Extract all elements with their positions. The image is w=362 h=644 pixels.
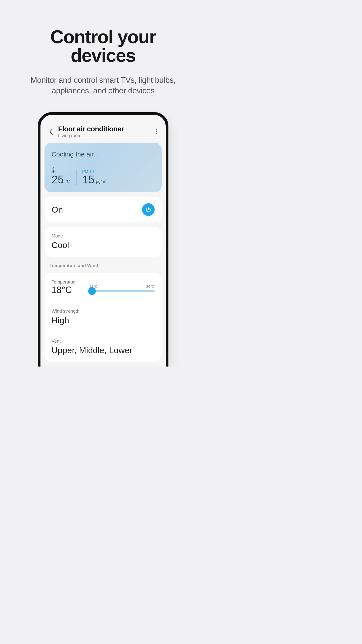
metric-temp-value: 25 <box>52 174 64 185</box>
wind-value: High <box>52 315 155 325</box>
power-icon <box>145 207 151 213</box>
metric-pm-unit: μg/m³ <box>96 180 106 184</box>
mode-value: Cool <box>52 240 155 250</box>
vent-label: Vent <box>52 339 155 344</box>
power-label: On <box>52 205 63 215</box>
temperature-slider[interactable]: 18°C 30°C <box>89 283 155 292</box>
hero-title-line2: devices <box>71 45 135 66</box>
wind-row[interactable]: Wind strength High <box>52 309 155 325</box>
divider <box>52 332 155 332</box>
metric-pm-row: 15 μg/m³ <box>82 174 106 185</box>
metric-temp-unit: °C <box>65 180 70 184</box>
device-title: Floor air conditioner <box>58 125 154 133</box>
temperature-row: Temperatuer 18°C 18°C 30°C <box>52 279 155 295</box>
svg-point-5 <box>53 171 54 172</box>
metric-temp-row: 25 °C <box>52 174 70 185</box>
slider-max: 30°C <box>146 284 155 289</box>
temperature-value: 18°C <box>52 285 89 295</box>
app-header: Floor air conditioner Living room <box>44 119 162 142</box>
metric-temperature: 25 °C <box>52 167 76 185</box>
slider-thumb[interactable] <box>88 287 96 295</box>
hero-title-line1: Control your <box>50 26 156 47</box>
divider <box>52 302 155 302</box>
mode-card[interactable]: Mode Cool <box>44 227 162 257</box>
power-button[interactable] <box>142 203 155 216</box>
phone-frame: Floor air conditioner Living room Coolin… <box>38 112 168 367</box>
status-metrics: 25 °C PM 10 15 μg/m³ <box>52 167 155 185</box>
back-button[interactable] <box>47 127 56 136</box>
slider-track[interactable] <box>89 290 155 292</box>
temperature-label: Temperatuer <box>52 279 89 285</box>
svg-point-0 <box>156 129 157 130</box>
title-block: Floor air conditioner Living room <box>56 125 154 138</box>
svg-point-1 <box>156 131 157 132</box>
device-subtitle: Living room <box>58 133 154 138</box>
phone-screen: Floor air conditioner Living room Coolin… <box>40 115 166 362</box>
temp-wind-card: Temperatuer 18°C 18°C 30°C Wind strength… <box>44 273 162 362</box>
svg-rect-3 <box>53 167 54 171</box>
hero-subtitle: Monitor and control smart TVs, light bul… <box>0 75 206 96</box>
hero-title: Control your devices <box>0 28 206 65</box>
more-vertical-icon <box>156 129 157 135</box>
vent-row[interactable]: Vent Upper, Middle, Lower <box>52 339 155 355</box>
svg-point-2 <box>156 133 157 134</box>
more-button[interactable] <box>154 127 160 136</box>
hero-section: Control your devices Monitor and control… <box>0 0 206 96</box>
power-card[interactable]: On <box>44 197 162 222</box>
chevron-left-icon <box>49 129 53 135</box>
thermometer-icon <box>52 167 70 174</box>
status-card: Cooling the air... 25 °C <box>44 143 162 192</box>
vent-value: Upper, Middle, Lower <box>52 345 155 355</box>
wind-label: Wind strength <box>52 309 155 314</box>
mode-label: Mode <box>52 233 155 239</box>
metric-pm-value: 15 <box>82 174 95 185</box>
status-text: Cooling the air... <box>52 150 155 158</box>
section-label: Temperature and Wind <box>50 263 161 268</box>
metric-pm: PM 10 15 μg/m³ <box>76 170 106 185</box>
